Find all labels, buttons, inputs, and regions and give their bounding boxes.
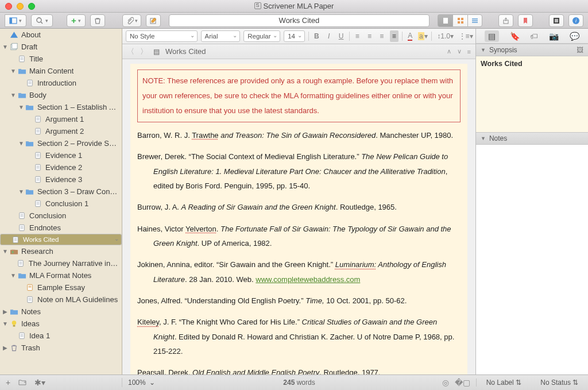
app-icon: [254, 2, 261, 9]
web-link[interactable]: www.completewebaddress.com: [256, 275, 360, 284]
binder-row[interactable]: About: [0, 29, 122, 41]
add-item-button[interactable]: +: [6, 378, 10, 387]
style-select[interactable]: No Style: [126, 30, 198, 42]
view-mode-outline[interactable]: [467, 14, 482, 27]
binder-row[interactable]: Evidence 2: [0, 161, 122, 173]
underline-button[interactable]: U: [336, 30, 345, 42]
disclosure-triangle[interactable]: ▶: [2, 345, 8, 351]
binder-row[interactable]: Endnotes: [0, 222, 122, 234]
inspector-tab-snapshots[interactable]: 📷: [549, 32, 559, 41]
align-justify-button[interactable]: ≡: [390, 30, 399, 42]
binder-row[interactable]: Argument 1: [0, 113, 122, 125]
binder-row[interactable]: Note on MLA Guidelines: [0, 294, 122, 306]
notes-header[interactable]: ▼Notes: [476, 132, 588, 145]
synopsis-body[interactable]: Works Cited: [476, 56, 588, 132]
binder-row[interactable]: ▼Research: [0, 245, 122, 257]
view-mode-corkboard[interactable]: [452, 14, 467, 27]
binder-row[interactable]: Title: [0, 53, 122, 65]
header-up-button[interactable]: ∧: [447, 48, 451, 55]
binder-row[interactable]: ▼Section 3 – Draw Conclusi…: [0, 186, 122, 198]
align-right-button[interactable]: ≡: [377, 30, 386, 42]
inspector-tab-notes[interactable]: ▤: [485, 30, 499, 42]
folder-icon: [17, 272, 26, 280]
document-title-field[interactable]: Works Cited: [169, 14, 430, 27]
compose-button[interactable]: [146, 14, 161, 27]
nav-back-button[interactable]: 〈: [127, 47, 134, 57]
document-page[interactable]: NOTE: These references are provided only…: [130, 64, 467, 374]
header-down-button[interactable]: ∨: [457, 48, 462, 55]
binder-row[interactable]: Evidence 3: [0, 173, 122, 186]
disclosure-triangle[interactable]: ▼: [2, 44, 8, 50]
font-size-select[interactable]: 14: [284, 30, 305, 42]
trash-button[interactable]: [90, 14, 105, 27]
header-menu-button[interactable]: ≡: [467, 48, 471, 55]
status-select[interactable]: No Status ⇅: [540, 379, 578, 387]
editor-header-bar: 〈 〉 ▤ Works Cited ∧ ∨ ≡: [122, 44, 475, 59]
disclosure-triangle[interactable]: ▼: [2, 248, 8, 254]
binder-row[interactable]: ▼Body: [0, 89, 122, 101]
folder-icon: [9, 308, 18, 316]
binder-row[interactable]: The Journey Narrative in Am…: [0, 257, 122, 269]
binder-row[interactable]: Argument 2: [0, 125, 122, 137]
gear-menu-button[interactable]: ✱▾: [34, 378, 45, 387]
svg-point-76: [11, 321, 16, 325]
share-button[interactable]: [498, 14, 513, 27]
editor-scroll-area[interactable]: NOTE: These references are provided only…: [122, 59, 475, 374]
disclosure-triangle[interactable]: ▶: [2, 308, 8, 315]
highlight-button[interactable]: a▾: [418, 30, 428, 42]
disclosure-triangle[interactable]: ▼: [18, 140, 24, 146]
binder-row[interactable]: Evidence 1: [0, 149, 122, 161]
disclosure-triangle[interactable]: ▼: [10, 92, 16, 98]
binder-row[interactable]: Introduction: [0, 77, 122, 89]
disclosure-triangle[interactable]: ▼: [10, 272, 16, 279]
text-color-button[interactable]: A: [406, 30, 415, 42]
binder-toggle-button[interactable]: ▾: [5, 14, 26, 27]
binder-sidebar[interactable]: About▼DraftTitle▼Main ContentIntroductio…: [0, 29, 122, 374]
binder-row[interactable]: Idea 1: [0, 330, 122, 342]
add-folder-button[interactable]: +: [18, 378, 26, 387]
disclosure-triangle[interactable]: ▼: [18, 188, 24, 195]
binder-row[interactable]: ▼Section 2 – Provide Suppo…: [0, 137, 122, 149]
label-select[interactable]: No Label ⇅: [486, 379, 521, 387]
svg-rect-8: [458, 21, 460, 24]
align-center-button[interactable]: ≡: [365, 30, 374, 42]
binder-row[interactable]: Conclusion: [0, 210, 122, 222]
font-weight-select[interactable]: Regular: [243, 30, 280, 42]
bookmark-button[interactable]: [518, 14, 533, 27]
nav-forward-button[interactable]: 〉: [140, 47, 148, 57]
bold-button[interactable]: B: [312, 30, 321, 42]
attach-button[interactable]: ▾: [122, 14, 141, 27]
binder-row[interactable]: ▼Draft: [0, 41, 122, 53]
synopsis-image-toggle[interactable]: 🖼: [577, 46, 583, 54]
compose-mode-button[interactable]: [549, 14, 564, 27]
italic-button[interactable]: I: [324, 30, 333, 42]
notes-body[interactable]: [476, 145, 588, 374]
binder-row[interactable]: Conclusion 1: [0, 198, 122, 210]
binder-row[interactable]: ▼Section 1 – Establish Argu…: [0, 101, 122, 113]
binder-row[interactable]: Eample Essay: [0, 281, 122, 294]
disclosure-triangle[interactable]: ▼: [18, 104, 24, 110]
align-left-button[interactable]: ≡: [353, 30, 361, 42]
inspector-tab-bookmarks[interactable]: 🔖: [510, 32, 520, 41]
view-mode-document[interactable]: [438, 14, 452, 27]
search-button[interactable]: ▾: [31, 14, 53, 27]
window-title: Scrivener MLA Paper: [0, 2, 588, 10]
disclosure-triangle[interactable]: ▼: [10, 68, 16, 74]
inspector-tab-comments[interactable]: 💬: [570, 32, 579, 41]
inspector-tab-metadata[interactable]: 🏷: [530, 32, 538, 41]
breadcrumb[interactable]: Works Cited: [165, 47, 206, 56]
line-spacing-button[interactable]: ↕ 1.0 ▾: [435, 30, 456, 42]
binder-row[interactable]: ▶Trash: [0, 342, 122, 354]
binder-row[interactable]: ▼Main Content: [0, 65, 122, 77]
binder-row[interactable]: Works Cited: [0, 234, 122, 245]
add-button[interactable]: +▾: [67, 14, 86, 27]
svg-point-2: [37, 18, 41, 22]
font-select[interactable]: Arial: [201, 30, 241, 42]
binder-row[interactable]: ▼Ideas: [0, 318, 122, 330]
binder-row[interactable]: ▶Notes: [0, 306, 122, 318]
synopsis-header[interactable]: ▼Synopsis🖼: [476, 44, 588, 56]
disclosure-triangle[interactable]: ▼: [2, 321, 8, 327]
inspector-toggle-button[interactable]: i: [568, 14, 583, 27]
list-button[interactable]: ⋮≡▾: [459, 30, 472, 42]
binder-row[interactable]: ▼MLA Format Notes: [0, 269, 122, 281]
